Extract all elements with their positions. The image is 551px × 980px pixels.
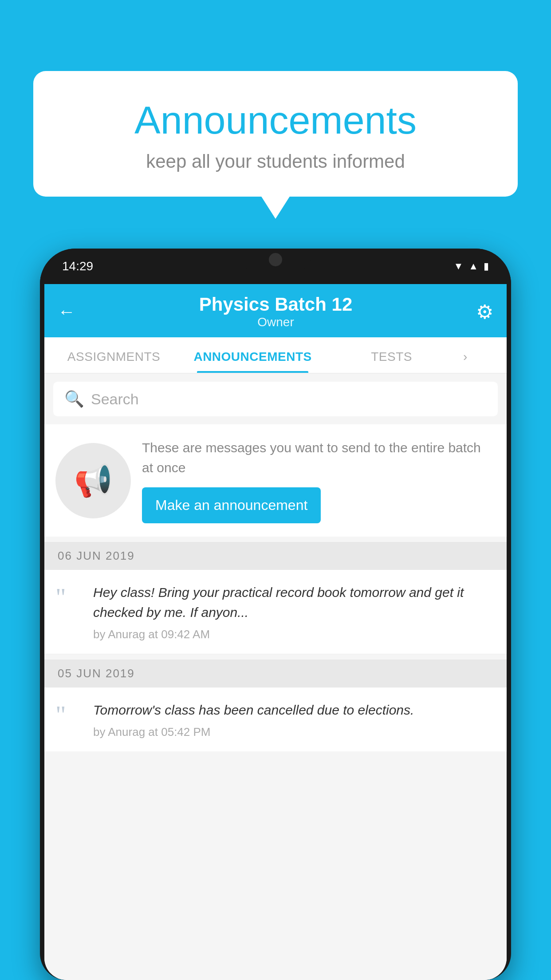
announcement-meta-2: by Anurag at 05:42 PM [93, 725, 496, 739]
tabs-bar: ASSIGNMENTS ANNOUNCEMENTS TESTS › [44, 337, 507, 374]
wifi-icon: ▼ [453, 261, 463, 272]
announcement-promo: 📢 These are messages you want to send to… [44, 424, 507, 537]
status-icons: ▼ ▲ ▮ [453, 261, 489, 272]
header-center: Physics Batch 12 Owner [199, 294, 353, 329]
announcement-text-1: Hey class! Bring your practical record b… [93, 582, 496, 622]
search-bar[interactable]: 🔍 Search [53, 382, 498, 416]
content-area: 🔍 Search 📢 These are messages you want t… [44, 374, 507, 980]
date-separator-2: 05 JUN 2019 [44, 660, 507, 688]
promo-icon-circle: 📢 [55, 443, 131, 518]
battery-icon: ▮ [484, 261, 489, 272]
phone-notch [240, 249, 311, 271]
bubble-title: Announcements [64, 98, 487, 143]
announcement-meta-1: by Anurag at 09:42 AM [93, 628, 496, 641]
phone-status-bar: 14:29 ▼ ▲ ▮ [40, 249, 511, 284]
announcement-content-2: Tomorrow's class has been cancelled due … [93, 700, 496, 739]
settings-icon[interactable]: ⚙ [476, 300, 493, 323]
promo-description: These are messages you want to send to t… [142, 438, 496, 478]
quote-icon-2: " [55, 700, 82, 728]
speech-bubble: Announcements keep all your students inf… [33, 71, 518, 197]
search-icon: 🔍 [64, 390, 84, 408]
tab-assignments[interactable]: ASSIGNMENTS [44, 337, 183, 373]
announcement-item-2[interactable]: " Tomorrow's class has been cancelled du… [44, 688, 507, 751]
app-header: ← Physics Batch 12 Owner ⚙ [44, 284, 507, 337]
make-announcement-button[interactable]: Make an announcement [142, 487, 321, 523]
back-button[interactable]: ← [58, 302, 75, 322]
phone-frame: 14:29 ▼ ▲ ▮ ← Physics Batch 12 Owner ⚙ A… [40, 249, 511, 980]
date-separator-1: 06 JUN 2019 [44, 542, 507, 570]
promo-content: These are messages you want to send to t… [142, 438, 496, 523]
camera-icon [269, 253, 282, 266]
search-placeholder: Search [91, 391, 139, 408]
status-time: 14:29 [62, 259, 93, 273]
quote-icon-1: " [55, 582, 82, 610]
tab-tests[interactable]: TESTS [322, 337, 461, 373]
batch-title: Physics Batch 12 [199, 294, 353, 315]
batch-role: Owner [199, 315, 353, 329]
bubble-subtitle: keep all your students informed [64, 151, 487, 172]
announcement-item-1[interactable]: " Hey class! Bring your practical record… [44, 570, 507, 654]
announcement-content-1: Hey class! Bring your practical record b… [93, 582, 496, 641]
signal-icon: ▲ [468, 261, 478, 272]
announcement-text-2: Tomorrow's class has been cancelled due … [93, 700, 496, 720]
tab-announcements[interactable]: ANNOUNCEMENTS [183, 337, 322, 373]
phone-screen: ← Physics Batch 12 Owner ⚙ ASSIGNMENTS A… [44, 284, 507, 980]
tab-more[interactable]: › [461, 337, 507, 373]
megaphone-icon: 📢 [74, 462, 113, 499]
